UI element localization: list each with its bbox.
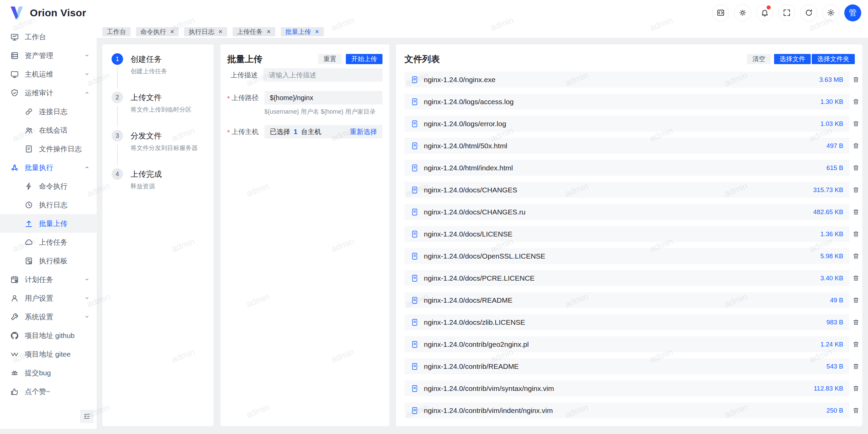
chevron-down-icon [84, 53, 90, 58]
file-name: nginx-1.24.0/logs/access.log [424, 98, 514, 106]
file-document-icon [411, 318, 419, 326]
delete-file-button[interactable] [849, 385, 862, 392]
start-upload-button[interactable]: 开始上传 [346, 54, 382, 64]
reselect-hosts-link[interactable]: 重新选择 [350, 127, 377, 136]
sidebar-item-upload[interactable]: 批量上传 [0, 214, 97, 233]
upload-desc-input[interactable] [263, 68, 382, 82]
sidebar-item-host[interactable]: 主机运维 [0, 65, 97, 83]
tab-close-icon[interactable]: ✕ [315, 29, 319, 35]
delete-file-button[interactable] [849, 76, 862, 83]
main-area: 工作台命令执行✕执行日志✕上传任务✕批量上传✕ 1创建任务创建上传任务2上传文件… [97, 25, 868, 429]
sidebar-item-bug[interactable]: 提交bug [0, 363, 97, 382]
clear-files-button[interactable]: 清空 [747, 54, 771, 64]
sidebar-collapse-button[interactable] [80, 410, 94, 423]
delete-file-button[interactable] [849, 98, 862, 105]
tab-bar: 工作台命令执行✕执行日志✕上传任务✕批量上传✕ [97, 25, 868, 38]
sidebar-item-cloud[interactable]: 上传任务 [0, 233, 97, 251]
sidebar-item-github[interactable]: 项目地址 github [0, 326, 97, 345]
sidebar-item-gitee[interactable]: 项目地址 gitee [0, 345, 97, 363]
sidebar-item-template[interactable]: 执行模板 [0, 251, 97, 270]
file-document-icon [411, 142, 419, 150]
code-square-button[interactable] [712, 4, 729, 21]
sidebar-item-label: 在线会话 [39, 126, 90, 135]
delete-file-button[interactable] [849, 407, 862, 414]
chevron-down-icon [84, 295, 90, 301]
select-file-button[interactable]: 选择文件 [774, 54, 811, 64]
tab-5[interactable]: 批量上传✕ [281, 27, 323, 36]
file-document-icon [411, 274, 419, 282]
step-number: 3 [112, 130, 123, 141]
delete-file-button[interactable] [849, 297, 862, 304]
tab-close-icon[interactable]: ✕ [218, 29, 222, 35]
delete-file-button[interactable] [849, 341, 862, 348]
sidebar-item-assets[interactable]: 资产管理 [0, 46, 97, 65]
file-document-icon [411, 340, 419, 348]
delete-file-button[interactable] [849, 252, 862, 260]
delete-file-button[interactable] [849, 186, 862, 193]
sidebar-item-link[interactable]: 连接日志 [0, 102, 97, 121]
sidebar-item-audit[interactable]: 运维审计 [0, 83, 97, 102]
workbench-icon [10, 33, 19, 41]
required-mark: * [227, 95, 230, 102]
sidebar-item-fileLog[interactable]: 文件操作日志 [0, 139, 97, 158]
batch-icon [10, 163, 19, 172]
delete-file-button[interactable] [849, 164, 862, 171]
select-folder-button[interactable]: 选择文件夹 [812, 54, 855, 64]
tab-close-icon[interactable]: ✕ [267, 29, 271, 35]
refresh-button[interactable] [800, 4, 817, 21]
required-mark: * [227, 129, 230, 136]
delete-file-button[interactable] [849, 275, 862, 282]
file-row-body: nginx-1.24.0/contrib/geo2nginx.pl1.24 KB [405, 336, 849, 352]
sidebar-item-like[interactable]: 点个赞~ [0, 382, 97, 401]
user-avatar[interactable]: 管 [844, 4, 861, 21]
tab-4[interactable]: 上传任务✕ [233, 27, 275, 36]
fileLog-icon [24, 145, 33, 153]
file-size: 1.36 KB [813, 230, 843, 238]
file-size: 482.65 KB [806, 208, 843, 216]
delete-file-button[interactable] [849, 363, 862, 370]
file-document-icon [411, 362, 419, 371]
file-name: nginx-1.24.0/docs/OpenSSL.LICENSE [424, 252, 545, 260]
schedule-icon [10, 275, 19, 284]
file-size: 3.63 MB [812, 76, 843, 83]
reset-button[interactable]: 重置 [318, 54, 342, 64]
delete-file-button[interactable] [849, 120, 862, 127]
delete-file-button[interactable] [849, 319, 862, 326]
sidebar-item-label: 计划任务 [25, 275, 78, 284]
sidebar-item-user[interactable]: 用户设置 [0, 289, 97, 307]
sidebar-item-workbench[interactable]: 工作台 [0, 27, 97, 46]
notification-bell-button[interactable] [756, 4, 773, 21]
step-title: 上传文件 [131, 92, 206, 103]
file-row: nginx-1.24.0/logs/error.log1.03 KB [405, 116, 862, 132]
tab-1[interactable]: 工作台 [102, 27, 131, 36]
sidebar-item-schedule[interactable]: 计划任务 [0, 270, 97, 289]
file-size: 112.83 KB [807, 385, 843, 392]
host-icon [10, 70, 19, 79]
step-desc: 将文件分发到目标服务器 [131, 144, 206, 152]
sidebar-item-command[interactable]: 命令执行 [0, 177, 97, 195]
upload-path-input[interactable] [264, 91, 382, 105]
theme-sun-button[interactable] [734, 4, 751, 21]
tab-close-icon[interactable]: ✕ [170, 29, 174, 35]
host-selected-prefix: 已选择 [270, 127, 290, 136]
brand[interactable]: Orion Visor [9, 6, 86, 20]
fullscreen-button[interactable] [778, 4, 795, 21]
tab-2[interactable]: 命令执行✕ [136, 27, 179, 36]
sidebar-item-system[interactable]: 系统设置 [0, 307, 97, 326]
sidebar-item-batch[interactable]: 批量执行 [0, 158, 97, 177]
delete-file-button[interactable] [849, 142, 862, 149]
sidebar-item-label: 主机运维 [25, 70, 78, 79]
file-row: nginx-1.24.0/logs/access.log1.30 KB [405, 94, 862, 110]
app-title: Orion Visor [30, 7, 86, 19]
step-2: 2上传文件将文件上传到临时分区 [112, 92, 206, 130]
delete-file-button[interactable] [849, 208, 862, 215]
settings-gear-button[interactable] [822, 4, 839, 21]
file-size: 983 B [820, 319, 843, 326]
delete-file-button[interactable] [849, 230, 862, 238]
sidebar-item-execLog[interactable]: 执行日志 [0, 195, 97, 214]
sidebar-item-label: 系统设置 [25, 312, 78, 322]
tab-3[interactable]: 执行日志✕ [184, 27, 227, 36]
sidebar-item-sessions[interactable]: 在线会话 [0, 121, 97, 139]
upload-path-field: ${username} 用户名 ${home} 用户家目录 [264, 91, 382, 116]
upload-form-panel: 批量上传 重置 开始上传 上传描述 [220, 44, 389, 426]
